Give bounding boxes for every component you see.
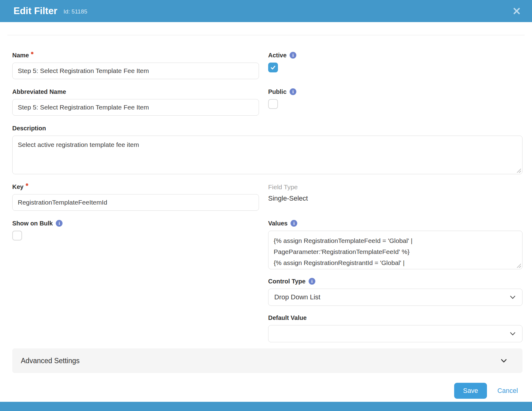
key-label-text: Key bbox=[12, 183, 24, 190]
field-type-group: Field Type Single-Select bbox=[268, 183, 522, 211]
info-icon[interactable]: i bbox=[56, 220, 63, 227]
abbreviated-name-field-group: Abbreviated Name bbox=[12, 88, 259, 116]
cancel-link[interactable]: Cancel bbox=[497, 387, 518, 395]
info-icon[interactable]: i bbox=[291, 220, 297, 227]
edit-filter-form: Name Active i Abbreviated Name Public i bbox=[12, 52, 522, 342]
key-input[interactable] bbox=[12, 194, 259, 211]
key-field-group: Key bbox=[12, 183, 259, 211]
control-type-field-group: Control Type i Drop Down List bbox=[268, 278, 522, 306]
control-type-label: Control Type i bbox=[268, 278, 522, 285]
default-value-select[interactable] bbox=[268, 325, 522, 342]
name-label: Name bbox=[12, 52, 259, 59]
control-type-select[interactable]: Drop Down List bbox=[268, 289, 522, 306]
name-input[interactable] bbox=[12, 63, 259, 79]
checkmark-icon bbox=[270, 64, 276, 71]
modal-id: Id: 51185 bbox=[63, 8, 87, 15]
info-icon[interactable]: i bbox=[290, 88, 296, 95]
control-type-label-text: Control Type bbox=[268, 278, 306, 285]
show-on-bulk-field-group: Show on Bulk i bbox=[12, 220, 259, 333]
default-value-field-group: Default Value bbox=[268, 314, 522, 342]
close-icon bbox=[513, 7, 521, 15]
show-on-bulk-label-text: Show on Bulk bbox=[12, 220, 53, 227]
default-value-label: Default Value bbox=[268, 314, 522, 321]
required-indicator bbox=[31, 52, 33, 54]
chevron-down-icon bbox=[500, 357, 508, 365]
values-field-group: Values i {% assign RegistrationTemplateF… bbox=[268, 220, 522, 269]
public-label-text: Public bbox=[268, 88, 287, 95]
values-label: Values i bbox=[268, 220, 522, 227]
description-label: Description bbox=[12, 125, 522, 132]
active-label-text: Active bbox=[268, 52, 287, 59]
description-textarea[interactable]: Select active registration template fee … bbox=[12, 136, 522, 174]
description-field-group: Description Select active registration t… bbox=[12, 125, 522, 174]
show-on-bulk-label: Show on Bulk i bbox=[12, 220, 259, 227]
close-button[interactable] bbox=[512, 7, 521, 15]
active-field-group: Active i bbox=[268, 52, 522, 79]
field-type-value: Single-Select bbox=[268, 194, 522, 202]
field-type-label: Field Type bbox=[268, 183, 522, 191]
control-type-selected-value: Drop Down List bbox=[274, 293, 320, 301]
public-checkbox[interactable] bbox=[268, 99, 278, 109]
right-column-stack: Values i {% assign RegistrationTemplateF… bbox=[268, 220, 522, 342]
show-on-bulk-checkbox[interactable] bbox=[12, 231, 22, 240]
save-button[interactable]: Save bbox=[454, 383, 487, 399]
info-icon[interactable]: i bbox=[309, 278, 315, 285]
required-indicator bbox=[26, 183, 28, 186]
abbreviated-name-input[interactable] bbox=[12, 99, 259, 116]
name-field-group: Name bbox=[12, 52, 259, 79]
values-label-text: Values bbox=[268, 220, 287, 227]
abbreviated-name-label-text: Abbreviated Name bbox=[12, 88, 66, 95]
public-label: Public i bbox=[268, 88, 522, 95]
modal-header: Edit Filter Id: 51185 bbox=[0, 0, 532, 22]
key-label: Key bbox=[12, 183, 259, 190]
active-label: Active i bbox=[268, 52, 522, 59]
default-value-label-text: Default Value bbox=[268, 314, 307, 321]
abbreviated-name-label: Abbreviated Name bbox=[12, 88, 259, 95]
chevron-down-icon bbox=[509, 330, 516, 337]
modal-title: Edit Filter bbox=[13, 6, 57, 17]
modal-footer: Save Cancel bbox=[454, 383, 518, 399]
description-label-text: Description bbox=[12, 125, 46, 132]
page-background-strip bbox=[0, 402, 532, 411]
advanced-settings-label: Advanced Settings bbox=[21, 357, 80, 365]
chevron-down-icon bbox=[509, 294, 516, 301]
info-icon[interactable]: i bbox=[290, 52, 296, 59]
advanced-settings-toggle[interactable]: Advanced Settings bbox=[12, 348, 522, 373]
active-checkbox[interactable] bbox=[268, 63, 278, 72]
header-divider bbox=[7, 35, 525, 35]
name-label-text: Name bbox=[12, 52, 29, 59]
values-textarea[interactable]: {% assign RegistrationTemplateFeeId = 'G… bbox=[268, 231, 522, 269]
public-field-group: Public i bbox=[268, 88, 522, 116]
